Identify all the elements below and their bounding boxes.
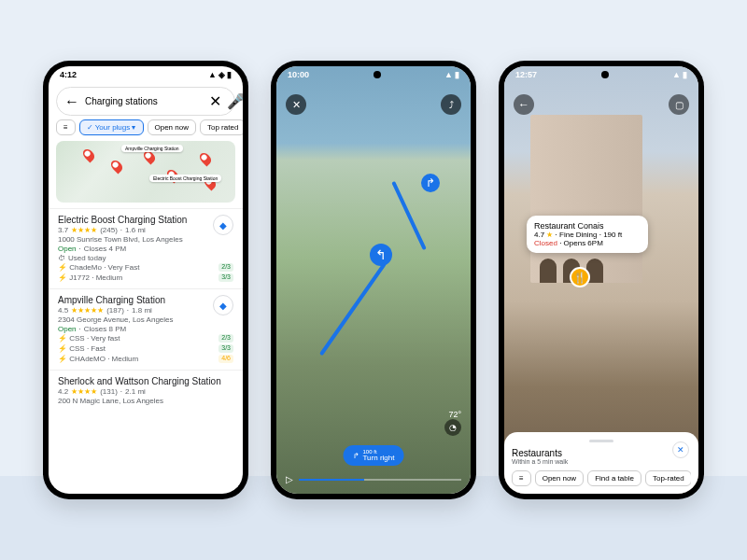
turn-arrow-icon: ↱ [421, 174, 440, 192]
weather-time-icon[interactable]: ◔ [444, 419, 461, 436]
close-button[interactable]: ✕ [286, 94, 306, 115]
bolt-icon: ⚡ [58, 334, 67, 343]
result-address: 2304 George Avenue, Los Angeles [58, 315, 233, 324]
result-title: Ampville Charging Station [58, 295, 233, 305]
tune-icon[interactable]: ≡ [56, 119, 76, 135]
signal-icon: ▲ [444, 70, 453, 79]
clock-icon: ⏱ [58, 254, 65, 262]
search-input[interactable] [85, 96, 204, 106]
turn-right-icon: ↱ [353, 452, 359, 460]
signal-icon: ▲ [672, 70, 681, 79]
directions-button[interactable]: ◆ [213, 295, 233, 315]
search-bar[interactable]: ← ✕ 🎤 [56, 87, 235, 116]
tune-icon[interactable]: ≡ [512, 470, 531, 486]
play-icon[interactable]: ▷ [286, 474, 293, 484]
drag-handle[interactable] [589, 440, 613, 442]
turn-instruction: ↱ 100 ftTurn right [344, 445, 404, 466]
map-label: Electric Boost Charging Station [149, 175, 221, 182]
chip-top-rated[interactable]: Top-rated [645, 470, 691, 486]
result-item[interactable]: ◆ Electric Boost Charging Station 3.7★★★… [49, 208, 243, 288]
chip-top-rated[interactable]: Top rated [200, 119, 243, 135]
phone-immersive-nav: ↰ ↱ 10:00 ▲▮ ✕ ⤴ 72° ◔ ↱ 100 ftTurn righ… [271, 61, 476, 499]
building-facade [530, 115, 642, 283]
status-time: 10:00 [288, 70, 309, 79]
filter-chips: ≡ ✓ Your plugs ▾ Open now Top rated [49, 119, 243, 141]
message-button[interactable]: ▢ [669, 94, 689, 115]
result-title: Electric Boost Charging Station [58, 215, 233, 225]
result-item[interactable]: Sherlock and Wattson Charging Station 4.… [49, 370, 243, 411]
status-bar: 10:00 ▲▮ [276, 66, 471, 83]
status-bar: 4:12 ▲◈▮ [49, 66, 243, 83]
battery-icon: ▮ [227, 70, 232, 79]
result-title: Sherlock and Wattson Charging Station [58, 376, 233, 386]
mic-icon[interactable]: 🎤 [227, 92, 243, 110]
bottom-sheet[interactable]: ✕ Restaurants Within a 5 min walk ≡ Open… [504, 432, 698, 494]
route-line [391, 181, 426, 250]
directions-button[interactable]: ◆ [213, 215, 233, 235]
arch-window [540, 259, 557, 283]
bolt-icon: ⚡ [58, 355, 67, 363]
bolt-icon: ⚡ [58, 344, 67, 353]
clear-icon[interactable]: ✕ [209, 92, 221, 110]
map-preview[interactable]: Ampville Charging Station Electric Boost… [56, 141, 235, 203]
stars-icon: ★★★★★ [71, 306, 104, 315]
map-pin[interactable] [198, 151, 214, 167]
route-line [319, 262, 387, 357]
status-time: 12:57 [515, 70, 537, 79]
temperature-label: 72° [448, 410, 461, 419]
bolt-icon: ⚡ [58, 273, 67, 282]
poi-callout[interactable]: Restaurant Conais 4.7 ★ · Fine Dining · … [527, 216, 648, 253]
chip-open-now[interactable]: Open now [535, 470, 584, 486]
sheet-subtitle: Within a 5 min walk [512, 458, 691, 465]
map-pin[interactable] [109, 159, 125, 175]
back-icon[interactable]: ← [64, 93, 79, 110]
map-label: Ampville Charging Station [121, 145, 183, 152]
turn-arrow-icon: ↰ [370, 244, 392, 266]
map-pin[interactable] [81, 147, 97, 163]
star-icon: ★ [546, 231, 553, 239]
street-view[interactable] [504, 66, 698, 494]
stars-icon: ★★★★ [71, 226, 97, 234]
wifi-icon: ◈ [218, 70, 225, 79]
close-sheet-button[interactable]: ✕ [672, 441, 689, 458]
poi-name: Restaurant Conais [534, 221, 641, 231]
phone-live-view: 12:57 ▲▮ ← ▢ Restaurant Conais 4.7 ★ · F… [499, 61, 704, 499]
phone-charging-stations: 4:12 ▲◈▮ ← ✕ 🎤 ≡ ✓ Your plugs ▾ Open now… [43, 61, 248, 499]
camera-notch [601, 71, 609, 78]
chip-find-table[interactable]: Find a table [587, 470, 641, 486]
result-address: 1000 Sunrise Town Blvd, Los Angeles [58, 235, 233, 244]
camera-notch [374, 71, 381, 78]
result-item[interactable]: ◆ Ampville Charging Station 4.5★★★★★(187… [49, 288, 243, 370]
chip-your-plugs[interactable]: ✓ Your plugs ▾ [79, 119, 144, 135]
share-button[interactable]: ⤴ [441, 94, 461, 115]
stars-icon: ★★★★ [71, 387, 97, 396]
battery-icon: ▮ [455, 70, 459, 79]
result-address: 200 N Magic Lane, Los Angeles [58, 397, 233, 405]
sheet-title: Restaurants [512, 448, 691, 458]
poi-pin-icon[interactable]: 🍴 [570, 267, 590, 287]
status-time: 4:12 [60, 70, 77, 79]
navigation-view[interactable]: ↰ ↱ [276, 66, 471, 494]
chip-open-now[interactable]: Open now [148, 119, 196, 135]
battery-icon: ▮ [683, 70, 687, 79]
status-bar: 12:57 ▲▮ [504, 66, 698, 83]
timeline-player[interactable]: ▷ [276, 474, 471, 484]
signal-icon: ▲ [208, 70, 217, 79]
back-button[interactable]: ← [514, 94, 534, 115]
bolt-icon: ⚡ [58, 263, 67, 272]
